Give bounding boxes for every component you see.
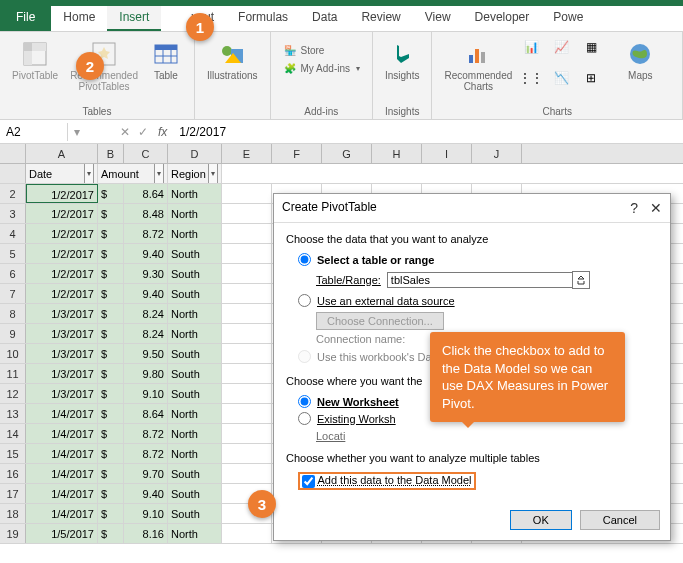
chart-scatter-icon[interactable]: ⋮⋮ <box>524 71 538 85</box>
cell-amount[interactable]: 9.30 <box>124 264 168 283</box>
row-header[interactable]: 10 <box>0 344 26 363</box>
enter-formula-icon[interactable]: ✓ <box>134 125 152 139</box>
radio-select-table[interactable] <box>298 253 311 266</box>
row-header[interactable]: 18 <box>0 504 26 523</box>
tab-home[interactable]: Home <box>51 6 107 31</box>
cell-currency[interactable]: $ <box>98 324 124 343</box>
cell-date[interactable]: 1/4/2017 <box>26 504 98 523</box>
cell-amount[interactable]: 9.40 <box>124 284 168 303</box>
cell-date[interactable]: 1/2/2017 <box>26 204 98 223</box>
row-header[interactable]: 6 <box>0 264 26 283</box>
row-header[interactable]: 4 <box>0 224 26 243</box>
dialog-help-button[interactable]: ? <box>630 200 638 216</box>
table-header[interactable]: Amount▾ <box>98 164 168 183</box>
col-header[interactable]: G <box>322 144 372 163</box>
cell-currency[interactable]: $ <box>98 364 124 383</box>
name-box[interactable]: A2 <box>0 123 68 141</box>
table-range-input[interactable] <box>387 272 573 288</box>
col-header[interactable]: J <box>472 144 522 163</box>
chart-line-icon[interactable]: 📈 <box>554 40 568 54</box>
cell-region[interactable]: North <box>168 204 222 223</box>
choose-connection-button[interactable]: Choose Connection... <box>316 312 444 330</box>
cell-currency[interactable]: $ <box>98 184 124 203</box>
namebox-dropdown[interactable]: ▾ <box>68 125 86 139</box>
checkbox-data-model[interactable] <box>302 475 315 488</box>
cell-date[interactable]: 1/4/2017 <box>26 404 98 423</box>
col-header[interactable]: H <box>372 144 422 163</box>
cell-currency[interactable]: $ <box>98 424 124 443</box>
cell-region[interactable]: South <box>168 344 222 363</box>
cell-amount[interactable]: 8.72 <box>124 224 168 243</box>
col-header[interactable]: C <box>124 144 168 163</box>
row-header[interactable]: 5 <box>0 244 26 263</box>
cell-currency[interactable]: $ <box>98 444 124 463</box>
cell-amount[interactable]: 8.24 <box>124 324 168 343</box>
tab-file[interactable]: File <box>0 6 51 31</box>
cell-region[interactable]: South <box>168 364 222 383</box>
cell-region[interactable]: South <box>168 484 222 503</box>
cell-region[interactable]: South <box>168 504 222 523</box>
row-header[interactable]: 14 <box>0 424 26 443</box>
cell-date[interactable]: 1/2/2017 <box>26 244 98 263</box>
insights-button[interactable]: Insights <box>381 36 423 104</box>
cell-region[interactable]: South <box>168 384 222 403</box>
cell-date[interactable]: 1/3/2017 <box>26 364 98 383</box>
cell-region[interactable]: North <box>168 304 222 323</box>
row-header[interactable]: 3 <box>0 204 26 223</box>
table-header[interactable]: Date▾ <box>26 164 98 183</box>
table-button[interactable]: Table <box>146 36 186 104</box>
tab-developer[interactable]: Developer <box>463 6 542 31</box>
filter-icon[interactable]: ▾ <box>154 164 164 183</box>
tab-insert[interactable]: Insert <box>107 6 161 31</box>
cell-currency[interactable]: $ <box>98 244 124 263</box>
chart-hier-icon[interactable]: 📉 <box>554 71 568 85</box>
row-header[interactable]: 8 <box>0 304 26 323</box>
fx-icon[interactable]: fx <box>152 125 173 139</box>
cell-amount[interactable]: 8.24 <box>124 304 168 323</box>
store-button[interactable]: 🏪Store <box>279 42 364 58</box>
cell-date[interactable]: 1/4/2017 <box>26 424 98 443</box>
row-header[interactable]: 7 <box>0 284 26 303</box>
radio-new-worksheet[interactable] <box>298 395 311 408</box>
row-header[interactable]: 11 <box>0 364 26 383</box>
cell-region[interactable]: South <box>168 264 222 283</box>
cell-date[interactable]: 1/2/2017 <box>26 184 98 203</box>
cell-amount[interactable]: 8.64 <box>124 184 168 203</box>
col-header[interactable]: F <box>272 144 322 163</box>
cell-currency[interactable]: $ <box>98 404 124 423</box>
col-header[interactable]: I <box>422 144 472 163</box>
cancel-button[interactable]: Cancel <box>580 510 660 530</box>
cell-amount[interactable]: 9.40 <box>124 484 168 503</box>
cell-region[interactable]: North <box>168 424 222 443</box>
tab-view[interactable]: View <box>413 6 463 31</box>
col-header[interactable]: E <box>222 144 272 163</box>
cell-date[interactable]: 1/2/2017 <box>26 264 98 283</box>
cell-region[interactable]: North <box>168 524 222 543</box>
cell-currency[interactable]: $ <box>98 204 124 223</box>
cell-region[interactable]: South <box>168 244 222 263</box>
row-header[interactable]: 13 <box>0 404 26 423</box>
cell-amount[interactable]: 8.72 <box>124 424 168 443</box>
pivottable-button[interactable]: PivotTable <box>8 36 62 104</box>
cell-currency[interactable]: $ <box>98 304 124 323</box>
row-header[interactable]: 16 <box>0 464 26 483</box>
filter-icon[interactable]: ▾ <box>208 164 218 183</box>
cell-currency[interactable]: $ <box>98 464 124 483</box>
cell-date[interactable]: 1/2/2017 <box>26 284 98 303</box>
col-header[interactable]: B <box>98 144 124 163</box>
row-header[interactable]: 12 <box>0 384 26 403</box>
radio-external-source[interactable] <box>298 294 311 307</box>
cell-amount[interactable]: 8.72 <box>124 444 168 463</box>
select-all-corner[interactable] <box>0 144 26 163</box>
cell-date[interactable]: 1/3/2017 <box>26 384 98 403</box>
cell-currency[interactable]: $ <box>98 344 124 363</box>
cell-date[interactable]: 1/3/2017 <box>26 324 98 343</box>
row-header[interactable]: 9 <box>0 324 26 343</box>
cell-currency[interactable]: $ <box>98 484 124 503</box>
cell-amount[interactable]: 9.80 <box>124 364 168 383</box>
tab-power[interactable]: Powe <box>541 6 595 31</box>
row-header[interactable] <box>0 164 26 183</box>
cell-amount[interactable]: 8.48 <box>124 204 168 223</box>
cell-region[interactable]: North <box>168 444 222 463</box>
chart-tree-icon[interactable]: ▦ <box>584 40 598 54</box>
